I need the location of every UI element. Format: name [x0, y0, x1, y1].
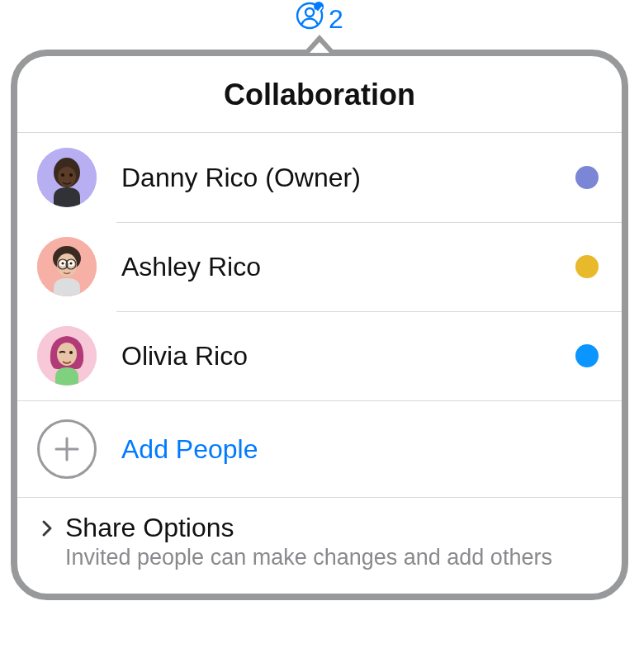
svg-point-13	[61, 262, 64, 264]
svg-point-14	[69, 262, 72, 264]
svg-point-7	[69, 173, 73, 177]
share-options-button[interactable]: Share Options Invited people can make ch…	[17, 497, 622, 594]
share-options-subtitle: Invited people can make changes and add …	[65, 545, 599, 570]
svg-point-6	[61, 173, 64, 177]
avatar	[37, 326, 97, 386]
svg-point-19	[57, 343, 77, 366]
participant-name: Ashley Rico	[121, 252, 575, 282]
collaboration-popover: Collaboration Danny Rico (Owner)	[11, 35, 628, 600]
chevron-right-icon	[37, 518, 57, 538]
presence-dot	[575, 255, 599, 278]
svg-point-1	[305, 8, 314, 17]
participant-name: Olivia Rico	[121, 341, 575, 371]
participants-list: Danny Rico (Owner)	[17, 133, 622, 400]
participant-row[interactable]: Olivia Rico	[17, 311, 622, 400]
presence-dot	[575, 344, 599, 367]
avatar	[37, 237, 97, 296]
participant-row[interactable]: Ashley Rico	[17, 222, 622, 311]
collaboration-trigger[interactable]: 2	[296, 2, 343, 36]
popover-arrow	[305, 35, 334, 51]
share-options-title: Share Options	[65, 513, 234, 543]
person-badge-icon	[296, 2, 324, 36]
participant-row[interactable]: Danny Rico (Owner)	[17, 133, 622, 222]
svg-point-20	[69, 351, 73, 354]
popover-title: Collaboration	[17, 56, 622, 133]
presence-dot	[575, 166, 599, 189]
add-people-button[interactable]: Add People	[17, 400, 622, 497]
plus-icon	[37, 419, 97, 479]
add-people-label: Add People	[121, 434, 258, 465]
participant-name: Danny Rico (Owner)	[121, 163, 575, 193]
collaborator-count: 2	[329, 4, 343, 35]
avatar	[37, 148, 97, 207]
